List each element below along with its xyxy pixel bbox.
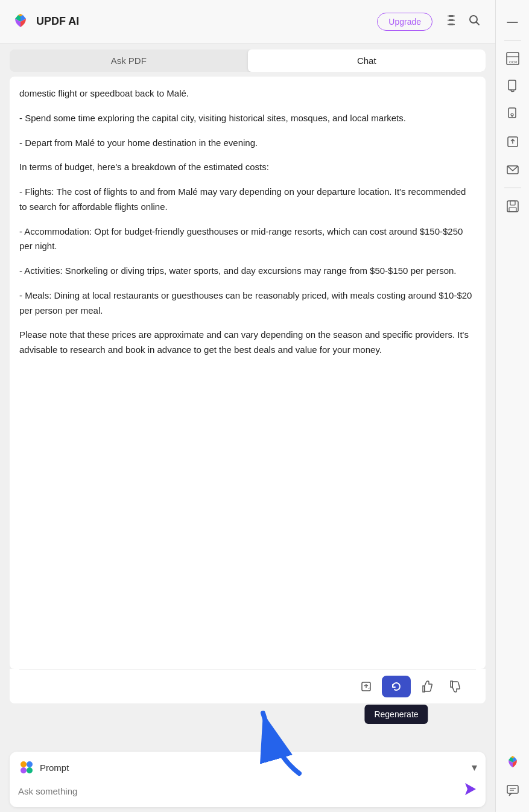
logo-area: UPDF AI: [10, 11, 79, 33]
svg-rect-2: [449, 24, 454, 25]
svg-line-13: [369, 688, 370, 689]
sidebar-divider-1: [504, 40, 521, 40]
updf-logo: [10, 11, 31, 33]
share-icon: [505, 135, 520, 149]
chat-line-4: In terms of budget, here's a breakdown o…: [19, 160, 476, 175]
prompt-label: Prompt: [40, 763, 69, 773]
tooltip-text: Regenerate: [364, 705, 428, 724]
regenerate-container: Regenerate: [382, 676, 411, 697]
chat-line-6: - Accommodation: Opt for budget-friendly…: [19, 224, 476, 255]
chat-line-1: domestic flight or speedboat back to Mal…: [19, 86, 476, 101]
search-icon: [467, 13, 481, 27]
regenerate-tooltip: Regenerate: [364, 705, 428, 724]
tab-chat[interactable]: Chat: [248, 49, 486, 72]
settings-icon-btn[interactable]: [440, 11, 463, 32]
export-button[interactable]: [355, 677, 377, 696]
settings-icon: [445, 13, 458, 27]
svg-text:OCR: OCR: [509, 60, 518, 64]
refresh-doc-icon: [505, 79, 520, 94]
svg-line-10: [477, 22, 480, 25]
prompt-dots-icon: [18, 759, 35, 776]
comment-icon: [505, 783, 520, 798]
blue-arrow-annotation: [239, 695, 323, 782]
header: UPDF AI Upgrade: [0, 0, 495, 43]
regenerate-icon: [390, 680, 402, 693]
chat-line-9: Please note that these prices are approx…: [19, 328, 476, 358]
thumbdown-icon: [448, 680, 461, 693]
sidebar-ocr-btn[interactable]: OCR: [501, 46, 525, 71]
chat-line-5: - Flights: The cost of flights to and fr…: [19, 185, 476, 215]
search-icon-btn[interactable]: [463, 11, 486, 32]
ai-logo-icon: [504, 754, 521, 771]
thumbdown-button[interactable]: [443, 676, 466, 697]
chat-content: domestic flight or speedboat back to Mal…: [10, 77, 486, 669]
sidebar-minimize-btn[interactable]: —: [501, 10, 525, 34]
chat-line-8: - Meals: Dining at local restaurants or …: [19, 288, 476, 319]
svg-rect-32: [509, 208, 516, 212]
svg-point-17: [21, 767, 27, 773]
chat-message: domestic flight or speedboat back to Mal…: [19, 86, 476, 358]
ocr-icon: OCR: [505, 51, 521, 66]
save-icon: [505, 199, 520, 214]
chat-line-3: - Depart from Malé to your home destinat…: [19, 136, 476, 151]
export-icon: [360, 680, 372, 693]
sidebar-mail-btn[interactable]: [501, 157, 525, 182]
tab-bar: Ask PDF Chat: [10, 49, 486, 72]
input-row: [18, 782, 477, 800]
chat-line-7: - Activities: Snorkeling or diving trips…: [19, 264, 476, 279]
send-button[interactable]: [463, 782, 477, 800]
mail-icon: [505, 162, 520, 177]
prompt-left: Prompt: [18, 759, 69, 776]
svg-point-16: [27, 761, 33, 767]
svg-marker-19: [465, 783, 476, 795]
chat-line-2: - Spend some time exploring the capital …: [19, 111, 476, 126]
main-area: UPDF AI Upgrade Ask PDF: [0, 0, 495, 812]
sidebar-secure-doc-btn[interactable]: [501, 102, 525, 126]
upgrade-button[interactable]: Upgrade: [377, 13, 432, 31]
sidebar-save-btn[interactable]: [501, 194, 525, 218]
prompt-dropdown-button[interactable]: ▾: [472, 761, 477, 774]
regenerate-button[interactable]: [382, 676, 411, 697]
svg-point-25: [511, 113, 513, 116]
ask-input[interactable]: [18, 786, 458, 796]
secure-doc-icon: [505, 107, 520, 121]
sidebar-divider-2: [504, 188, 521, 188]
svg-rect-0: [449, 15, 454, 17]
svg-rect-23: [508, 80, 516, 90]
send-icon: [463, 782, 477, 796]
action-row-wrapper: Regenerate: [10, 669, 486, 703]
svg-rect-1: [449, 19, 454, 21]
svg-rect-33: [507, 785, 518, 793]
blue-arrow-svg: [239, 695, 323, 779]
svg-point-18: [27, 767, 33, 773]
thumbup-icon: [420, 680, 434, 693]
sidebar-comment-btn[interactable]: [501, 778, 525, 802]
app-title: UPDF AI: [36, 15, 79, 28]
sidebar-share-btn[interactable]: [501, 130, 525, 154]
thumbup-button[interactable]: [416, 676, 439, 697]
right-sidebar: — OCR: [495, 0, 529, 812]
sidebar-refresh-doc-btn[interactable]: [501, 74, 525, 98]
sidebar-ai-btn[interactable]: [501, 750, 525, 775]
svg-point-15: [21, 761, 27, 767]
svg-rect-31: [510, 201, 515, 205]
tab-ask-pdf[interactable]: Ask PDF: [10, 49, 248, 72]
